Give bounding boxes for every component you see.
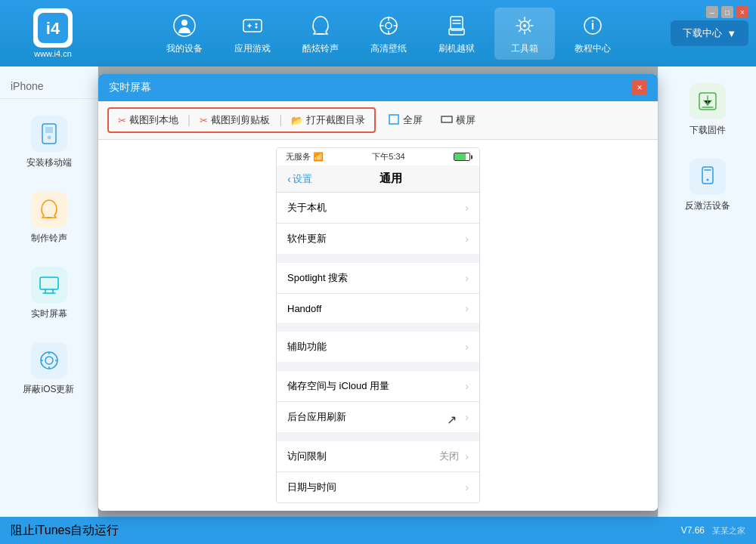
back-button: ‹ 设置 (287, 172, 312, 186)
nav-label-jailbreak: 刷机越狱 (438, 42, 475, 55)
download-firmware-icon (689, 83, 726, 119)
copy-screenshot-button[interactable]: ✂ 截图到剪贴板 (197, 112, 273, 128)
settings-cell-handoff[interactable]: Handoff › (277, 294, 479, 323)
screen-title: 通用 (312, 172, 469, 186)
settings-group-2: Spotlight 搜索 › Handoff › (277, 263, 479, 323)
back-label: 设置 (293, 172, 312, 186)
logo-url: www.i4.cn (34, 49, 72, 58)
settings-cell-accessibility[interactable]: 辅助功能 › (277, 332, 479, 362)
landscape-button[interactable]: 横屏 (435, 110, 482, 131)
nav-item-toolbox[interactable]: 工具箱 (494, 8, 555, 60)
svg-point-28 (45, 357, 53, 364)
nav-item-my-device[interactable]: 我的设备 (154, 8, 215, 60)
settings-group-3: 辅助功能 › (277, 332, 479, 362)
svg-point-19 (523, 24, 526, 27)
restrictions-value: 关闭 (439, 450, 459, 463)
settings-cell-restrictions[interactable]: 访问限制 关闭 › (277, 441, 479, 472)
settings-group-1: 关于本机 › 软件更新 › (277, 193, 479, 254)
scissors-icon-2: ✂ (200, 115, 208, 126)
ringtone-icon (307, 12, 334, 39)
nav-item-tutorial[interactable]: i 教程中心 (562, 8, 623, 60)
settings-cell-software-update[interactable]: 软件更新 › (277, 224, 479, 254)
download-center-label: 下载中心 (683, 26, 722, 40)
screen-mirror-icon (31, 267, 67, 303)
version-label: V7.66 (681, 525, 705, 536)
tutorial-icon: i (579, 12, 606, 39)
svg-point-3 (181, 20, 187, 26)
minimize-button[interactable]: – (706, 6, 718, 18)
spacer-3 (277, 362, 479, 371)
cursor-indicator: ↗ (447, 413, 457, 427)
phone-nav-bar: ‹ 设置 通用 (277, 165, 479, 193)
settings-cell-background-refresh[interactable]: 后台应用刷新 › ↗ (277, 402, 479, 432)
maximize-button[interactable]: □ (721, 6, 733, 18)
ringtone-side-icon (31, 191, 67, 227)
fullscreen-button[interactable]: 全屏 (382, 110, 429, 131)
sidebar-item-download-firmware[interactable]: 下载固件 (663, 74, 751, 146)
nav-label-tutorial: 教程中心 (575, 42, 611, 55)
left-sidebar: iPhone 安装移动端 制作铃声 实时屏幕 屏蔽iOS更新 (0, 66, 98, 517)
nav-item-ringtone[interactable]: 酷炫铃声 (290, 8, 351, 60)
app-games-icon (239, 12, 266, 39)
nav-label-toolbox: 工具箱 (511, 42, 538, 55)
open-dir-label: 打开截图目录 (306, 113, 365, 127)
my-device-icon (171, 12, 198, 39)
device-label: iPhone (0, 74, 98, 99)
settings-group-5: 访问限制 关闭 › 日期与时间 › (277, 441, 479, 502)
main-nav: 我的设备 应用游戏 酷炫铃声 高清壁纸 刷机越狱 (106, 8, 671, 60)
sidebar-label-ringtone: 制作铃声 (31, 232, 67, 245)
sidebar-item-ios-update[interactable]: 屏蔽iOS更新 (5, 333, 93, 405)
settings-cell-about[interactable]: 关于本机 › (277, 193, 479, 224)
cell-label-icloud-storage: 储存空间与 iCloud 用量 (287, 379, 389, 393)
app-logo: i4 (33, 8, 73, 48)
app-header: – □ × i4 www.i4.cn 我的设备 应用游戏 (0, 0, 756, 66)
spacer-2 (277, 323, 479, 332)
cell-label-about: 关于本机 (287, 201, 327, 215)
modal-close-button[interactable]: × (632, 80, 647, 95)
center-area: 实时屏幕 × ✂ 截图到本地 | ✂ 截图到剪贴板 (98, 66, 658, 517)
close-window-button[interactable]: × (736, 6, 748, 18)
nav-item-app-games[interactable]: 应用游戏 (222, 8, 283, 60)
phone-status-bar: 无服务 📶 下午5:34 (277, 148, 479, 165)
scissors-icon-1: ✂ (118, 115, 126, 126)
wifi-icon: 📶 (313, 152, 324, 161)
landscape-label: 横屏 (456, 113, 476, 127)
sidebar-label-ios-update: 屏蔽iOS更新 (23, 383, 74, 396)
cell-label-date-time: 日期与时间 (287, 481, 336, 494)
toolbar-separator-1: | (187, 113, 191, 127)
battery-fill (454, 153, 466, 160)
sidebar-item-ringtone[interactable]: 制作铃声 (5, 182, 93, 254)
logo-area: i4 www.i4.cn (8, 8, 98, 58)
settings-cell-date-time[interactable]: 日期与时间 › (277, 472, 479, 502)
fullscreen-label: 全屏 (403, 113, 423, 127)
nav-label-app-games: 应用游戏 (234, 42, 271, 55)
settings-cell-spotlight[interactable]: Spotlight 搜索 › (277, 263, 479, 294)
signal-status: 无服务 📶 (286, 151, 324, 162)
cell-label-spotlight: Spotlight 搜索 (287, 271, 348, 285)
cell-label-restrictions: 访问限制 (287, 450, 327, 463)
nav-item-jailbreak[interactable]: 刷机越狱 (426, 8, 487, 60)
open-dir-button[interactable]: 📂 打开截图目录 (288, 112, 368, 128)
svg-point-24 (47, 136, 51, 140)
svg-rect-22 (42, 124, 56, 144)
svg-rect-4 (243, 20, 262, 32)
chevron-icon-icloud-storage: › (465, 380, 469, 392)
chevron-icon-software-update: › (465, 233, 469, 245)
sidebar-label-screen-mirror: 实时屏幕 (31, 308, 67, 320)
save-screenshot-button[interactable]: ✂ 截图到本地 (115, 112, 181, 128)
settings-cell-icloud-storage[interactable]: 储存空间与 iCloud 用量 › (277, 371, 479, 402)
battery-area (454, 153, 470, 161)
download-center-button[interactable]: 下载中心 ▼ (671, 20, 748, 46)
svg-point-5 (255, 23, 257, 25)
sidebar-item-deactivate[interactable]: 反激活设备 (663, 150, 751, 221)
spacer-1 (277, 254, 479, 263)
sidebar-item-screen-mirror[interactable]: 实时屏幕 (5, 258, 93, 329)
svg-text:i: i (590, 19, 593, 32)
nav-item-wallpaper[interactable]: 高清壁纸 (358, 8, 419, 60)
modal-toolbar: ✂ 截图到本地 | ✂ 截图到剪贴板 | 📂 打开截图目录 (98, 101, 658, 140)
itunes-status-text: 阻止iTunes自动运行 (11, 523, 119, 539)
window-controls: – □ × (706, 6, 748, 18)
deactivate-icon (689, 159, 726, 195)
settings-list: 关于本机 › 软件更新 › (277, 193, 479, 502)
sidebar-item-install-app[interactable]: 安装移动端 (5, 107, 93, 178)
